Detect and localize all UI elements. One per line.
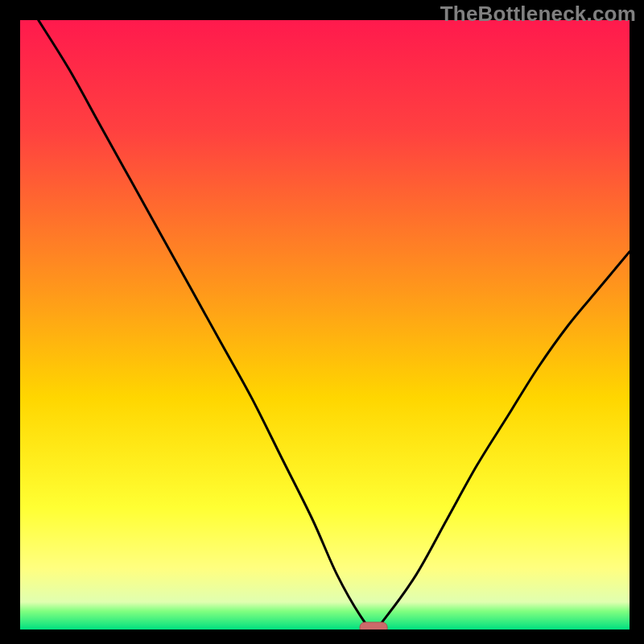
chart-frame: TheBottleneck.com — [0, 0, 644, 644]
plot-svg — [20, 20, 630, 630]
plot-area — [20, 20, 630, 630]
watermark-text: TheBottleneck.com — [440, 2, 636, 27]
minimum-marker — [360, 622, 387, 630]
gradient-background — [20, 20, 630, 630]
